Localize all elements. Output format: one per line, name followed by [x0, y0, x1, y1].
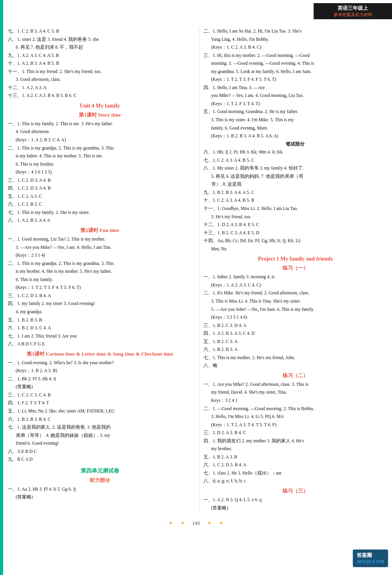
r-writing-header: 笔试部分 [203, 141, 388, 148]
top-header: 英语三年级上 参考答案及听力材料 [314, 3, 392, 19]
l1-line-11: 六、1. C 2. B 3. C [8, 201, 192, 208]
r-line-9: you Mike? —Yes, I am. 4. Good morning, L… [203, 92, 388, 100]
l2-line-9: 四、1. my family 2. my sister 3. Good even… [8, 300, 192, 308]
star-right-2: ✦ [219, 520, 223, 526]
p2-line-10: 五、1. B 2. A 3. B [203, 453, 388, 461]
r-line-21: 十、1. C 2. A 3. A 4. B 5. B [203, 197, 388, 204]
p3-line-2: (答案略) [203, 504, 388, 512]
unit4-header: Unit 4 My family [8, 103, 192, 109]
lesson1-content: 一、1. This is my family. 2. This is me. 3… [8, 120, 192, 225]
p1-line-10: 六、1. B 2. B 3. A [203, 346, 388, 354]
lesson2-header: 第2课时 Fun time [8, 227, 192, 234]
l1-line-4: 二、1. This is my grandpa. 2. This is my g… [8, 144, 192, 152]
l2-line-4: 二、1. This is my grandpa. 2. This is my g… [8, 260, 192, 268]
p1-line-7: 三、1. B 2. C 3. D 4. A [203, 322, 388, 330]
r-line-20: 九、1. B 2. B 3. A 4. A 5. C [203, 189, 388, 197]
pre-unit4-line-5: 十、1. A 2. B 3. A 4. B 5. B [8, 60, 192, 68]
r-line-15: 六、1. Hh; Jj 2. Fi; Hh 3. Kk; Mm 4. Ii; K… [203, 148, 388, 156]
r-line-7: (Keys：1. T 2. T 3. F 4. F 5. T 6. T) [203, 76, 388, 84]
p1-line-6: (Keys：3 2 5 1 4 6) [203, 314, 388, 321]
l3-line-9: 七、1. 这是我的家人. 2. 这是我的爸爸. 3. 他是我的 [8, 423, 192, 431]
l1-line-12: 七、1. This is my family. 2. She is my sis… [8, 209, 192, 217]
p1-line-4: 3. This is Miss Li. 4. This is Tina. She… [203, 298, 388, 305]
l3-line-1: 一、1. Good evening. 2. Who's he? 3. Is sh… [8, 359, 192, 367]
unit4-test-content: 一、1. Aa 2. Hh 3. Ff 4. Ii 5. Gg 6. Jj (答… [8, 486, 192, 501]
r-line-11: 五、1. Good morning, Grandma. 2. He is my … [203, 108, 388, 116]
r-line-14: (Keys：1. B 2. B 3. A 4. B 5. A 6. A) [203, 132, 388, 140]
p2-line-13: 八、d; a; g; e; f; h; b; c [203, 477, 388, 485]
p2-line-3: Keys：3 2 4 1 [203, 397, 388, 405]
l3-line-12: 八、A E B D C [8, 448, 192, 456]
page-container: 英语三年级上 参考答案及听力材料 七、1. C 2. B 3. A 4. C 5… [0, 0, 392, 575]
lesson3-content: 一、1. Good evening. 2. Who's he? 3. Is sh… [8, 359, 192, 464]
star-left-2: ✦ [180, 520, 185, 526]
l1-line-8: 三、1. C 2. D 3. A 4. B [8, 177, 192, 184]
p2-line-2: my friend, David. 4. She's my sister, Ti… [203, 389, 388, 396]
p1-line-5: 5. —Are you John? —No, I'm Sam. 6. This … [203, 306, 388, 314]
lesson2-content: 一、1. Good morning, Liu Tao! 2. This is m… [8, 235, 192, 348]
r-line-19: 哥）. 8. 这是我 [203, 181, 388, 188]
l3-line-7: 五、1. Li; Mm; Nn 2. like; she; sister AM;… [8, 407, 192, 415]
p1-line-11: 七、1. This is my mother. 2. He's my frien… [203, 354, 388, 362]
l1-line-1: 一、1. This is my family. 2. This is me. 3… [8, 120, 192, 128]
practice2-header: 练习（二） [203, 372, 388, 379]
book-title: 英语三年级上 [317, 5, 389, 12]
lesson3-header: 第3课时 Cartoon time & Letter time & Song t… [8, 350, 192, 358]
r-line-18: 5. 再见 6. 这是我的妈妈. 7. 他是我的弟弟（哥 [203, 173, 388, 181]
pre-unit4-section: 七、1. C 2. B 3. A 4. C 5. B 八、1. sister 2… [8, 27, 192, 100]
l3-line-3: 二、1. Bb 2. Ff 3. Hh 4. Ii [8, 375, 192, 383]
l2-line-6: 6. This is my family. [8, 276, 192, 284]
l2-line-10: 4. my grandpa [8, 308, 192, 316]
main-columns: 七、1. C 2. B 3. A 4. C 5. B 八、1. sister 2… [0, 27, 392, 512]
l1-line-2: 4. Good afternoon. [8, 128, 192, 136]
r-line-25: 十三、1. B 2. C 3. A 4. E 5. D [203, 229, 388, 237]
page-number-area: ✦ ✦ 143 ✦ ✦ [0, 520, 392, 526]
r-line-10: (Keys：1. T 2. F 3. T 4. T) [203, 100, 388, 108]
p3-line-1: 一、1. A 2. N 3. Q 4. L 5. e 6. q [203, 496, 388, 504]
l3-line-6: 四、1. F 2. T 3. T 4. T [8, 399, 192, 407]
r-line-17: 八、1. My sister 2. 我的爷爷 3. my family 4. 你… [203, 164, 388, 172]
r-line-2: Yang Ling. 4. Hello, I'm Bobby. [203, 36, 388, 44]
l3-line-2: (Keys：1. B 2. A 3. B) [8, 367, 192, 375]
left-column: 七、1. C 2. B 3. A 4. C 5. B 八、1. sister 2… [8, 27, 195, 512]
pre-unit4-line-8: 十二、1. A 2. A 3. A [8, 84, 192, 92]
p2-line-8: 四、1. 我的朋友们 2. my mother 3. 我的家人 4. He's [203, 437, 388, 445]
l1-line-5: is my father. 4. This is my mother. 5. T… [8, 152, 192, 160]
p2-line-9: my brother. [203, 445, 388, 453]
l3-line-10: 弟弟（哥哥）. 4. 她是我的妹妹（姐姐）. 5. my [8, 432, 192, 440]
practice3-content: 一、1. A 2. N 3. Q 4. L 5. e 6. q (答案略) [203, 496, 388, 512]
unit4-test-header: 第四单元测试卷 [8, 467, 192, 475]
r-line-26: 十四、Aa; Bb; Cc; Dd; Ee; Ff; Gg; Hh; Ii; J… [203, 237, 388, 245]
p1-line-3: 二、1. It's Mike. He's my friend. 2. Good … [203, 289, 388, 297]
pre-unit4-line-1: 七、1. C 2. B 3. A 4. C 5. B [8, 27, 192, 35]
l1-line-10: 五、1. C 2. A 3. C [8, 193, 192, 201]
book-subtitle: 参考答案及听力材料 [317, 12, 389, 18]
test-line-1: 一、1. Aa 2. Hh 3. Ff 4. Ii 5. Gg 6. Jj [8, 486, 192, 493]
r-line-24: 十二、1. D 2. A 3. B 4. E 5. C [203, 221, 388, 229]
l3-line-8: 六、1. B 2. B 3. B 4. C [8, 416, 192, 423]
pre-unit4-line-2: 八、1. sister 2. 这是 3. friend 4. 我的爸爸 5. s… [8, 36, 192, 44]
r-line-6: my grandma. 5. Look at my family. 6. Hel… [203, 68, 388, 76]
r-line-5: morning. 3. —Good evening. —Good evening… [203, 60, 388, 68]
right-column: 二、1. Hello, I am Su Hai. 2. Hi, I'm Liu … [199, 27, 388, 512]
l2-line-1: 一、1. Good morning, Liu Tao! 2. This is m… [8, 235, 192, 243]
l3-line-5: 三、1. C 2. C 3. C 4. B [8, 391, 192, 399]
p2-line-5: 3. Hello, I'm Miss Li. 4. Li 5. PQ 6. MA [203, 413, 388, 421]
right-top-content: 二、1. Hello, I am Su Hai. 2. Hi, I'm Liu … [203, 27, 388, 253]
r-line-16: 七、1. C 2. A 3. A 4. B 5. C [203, 157, 388, 164]
l2-line-11: 五、1. B 2. B 3. B [8, 316, 192, 324]
practice3-header: 练习（三） [203, 487, 388, 495]
watermark-line1: 答案圈 [357, 552, 384, 559]
r-line-27: Mm; Nn [203, 245, 388, 253]
practice1-header: 练习（一） [203, 265, 388, 272]
l2-line-14: 八、A B D C F G E [8, 340, 192, 348]
r-line-3: (Keys：1. C 2. A 3. B 4. C) [203, 44, 388, 51]
watermark-line2: MXQE.COM [357, 559, 384, 565]
l1-line-9: 四、1. C 2. D 3. A 4. B [8, 184, 192, 192]
page-number-text: 143 [192, 520, 200, 526]
l2-line-5: is my brother. 4. She is my mother. 5. H… [8, 268, 192, 276]
test-line-2: (答案略) [8, 493, 192, 501]
p1-line-12: 八、略 [203, 362, 388, 370]
p2-line-12: 七、1. class 2. He 3. Hello（或Hi）；am [203, 469, 388, 477]
p2-line-4: 二、1. —Good morning. —Good morning. 2. Th… [203, 405, 388, 413]
